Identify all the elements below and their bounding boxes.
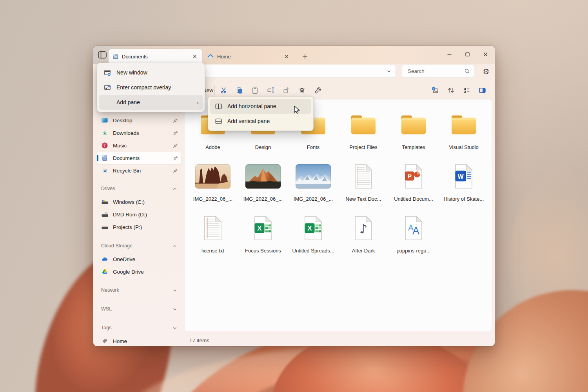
file-item[interactable]: IMG_2022_06_... bbox=[188, 158, 238, 210]
file-item[interactable]: poppins-regu... bbox=[388, 210, 439, 262]
menu-item-add-pane[interactable]: Add pane › bbox=[99, 95, 203, 110]
chevron-up-icon bbox=[172, 187, 177, 191]
file-item[interactable]: Untitled Docum... bbox=[388, 158, 439, 210]
dvd-drive-icon bbox=[101, 212, 108, 218]
copy-button[interactable] bbox=[232, 83, 246, 97]
sidebar-item-dvd-d[interactable]: DVD Rom (D:) bbox=[97, 209, 181, 220]
file-label: Templates bbox=[402, 144, 425, 150]
sidebar-section-drives[interactable]: Drives bbox=[97, 185, 181, 192]
tab-bar: Documents Home bbox=[93, 46, 495, 64]
svg-text:♪: ♪ bbox=[103, 143, 106, 147]
sidebar-section-wsl[interactable]: WSL bbox=[97, 305, 181, 313]
sidebar-item-desktop[interactable]: Desktop bbox=[97, 114, 181, 126]
file-item[interactable]: Untitled Spreads... bbox=[288, 210, 338, 262]
text-document-icon bbox=[203, 210, 223, 246]
menu-item-enter-compact-overlay[interactable]: Enter compact overlay bbox=[99, 80, 203, 95]
file-item[interactable]: History of Skate... bbox=[439, 158, 489, 210]
windows-drive-icon bbox=[101, 199, 108, 205]
compact-overlay-icon bbox=[103, 83, 112, 91]
documents-icon bbox=[101, 155, 108, 161]
settings-button[interactable]: ⚙ bbox=[479, 65, 493, 78]
search-box[interactable] bbox=[402, 65, 474, 78]
select-media-button[interactable] bbox=[428, 83, 442, 97]
sidebar-item-projects-p[interactable]: Projects (P:) bbox=[97, 221, 181, 233]
mouse-cursor bbox=[292, 105, 301, 114]
tab-close-button[interactable] bbox=[282, 52, 291, 61]
sort-button[interactable] bbox=[444, 83, 458, 97]
close-icon bbox=[483, 52, 488, 56]
sidebar-item-music[interactable]: ♪ Music bbox=[97, 140, 181, 151]
file-item[interactable]: New Text Doc... bbox=[338, 158, 388, 210]
folder-icon bbox=[401, 107, 426, 143]
file-item[interactable]: IMG_2022_06_... bbox=[238, 158, 288, 210]
preview-pane-button[interactable] bbox=[475, 83, 489, 97]
sidebar-item-documents[interactable]: Documents bbox=[97, 152, 181, 164]
pin-icon[interactable] bbox=[173, 131, 178, 136]
sidebar-item-google-drive[interactable]: Google Drive bbox=[97, 266, 181, 278]
sidebar-item-recycle-bin[interactable]: ♻ Recycle Bin bbox=[97, 165, 181, 176]
status-bar-item-count: 17 items bbox=[189, 338, 209, 343]
delete-button[interactable] bbox=[295, 83, 309, 97]
paste-icon bbox=[251, 87, 259, 94]
pin-icon[interactable] bbox=[173, 156, 178, 161]
tab-home[interactable]: Home bbox=[203, 49, 294, 64]
share-button[interactable] bbox=[279, 83, 293, 97]
file-item[interactable]: IMG_2022_06_... bbox=[288, 158, 338, 210]
folder-item[interactable]: Templates bbox=[388, 107, 439, 158]
tab-label: Home bbox=[217, 54, 282, 60]
properties-icon bbox=[314, 87, 321, 94]
sidebar-section-network[interactable]: Network bbox=[97, 286, 181, 294]
pin-icon[interactable] bbox=[173, 143, 178, 148]
sidebar-item-label: Home bbox=[113, 338, 178, 344]
paste-button[interactable] bbox=[248, 83, 262, 97]
chevron-down-icon bbox=[172, 307, 177, 311]
sidebar-toggle-button[interactable] bbox=[97, 50, 107, 60]
sidebar-item-home-tag[interactable]: Home bbox=[97, 335, 181, 347]
pin-icon[interactable] bbox=[173, 168, 178, 173]
sidebar-item-onedrive[interactable]: OneDrive bbox=[97, 253, 181, 265]
sidebar-item-downloads[interactable]: Downloads bbox=[97, 127, 181, 139]
sidebar-item-label: Documents bbox=[113, 155, 173, 161]
properties-button[interactable] bbox=[310, 83, 325, 97]
file-label: Focus Sessions bbox=[245, 248, 281, 254]
folder-item[interactable]: Visual Studio bbox=[439, 107, 489, 158]
search-input[interactable] bbox=[407, 68, 464, 74]
music-icon: ♪ bbox=[101, 142, 108, 149]
minimize-button[interactable] bbox=[441, 48, 457, 60]
preview-pane-icon bbox=[479, 87, 486, 94]
google-drive-icon bbox=[101, 269, 108, 274]
menu-item-new-window[interactable]: New window bbox=[99, 65, 203, 80]
sidebar-item-label: Recycle Bin bbox=[113, 168, 173, 174]
home-icon bbox=[207, 54, 214, 60]
file-item[interactable]: license.txt bbox=[188, 210, 238, 262]
rename-button[interactable] bbox=[263, 83, 278, 97]
file-label: IMG_2022_06_... bbox=[243, 196, 283, 202]
file-label: New Text Doc... bbox=[346, 196, 381, 202]
file-item[interactable]: Focus Sessions bbox=[238, 210, 288, 262]
close-window-button[interactable] bbox=[477, 48, 493, 60]
file-label: IMG_2022_06_... bbox=[294, 196, 333, 202]
menu-item-add-vertical-pane[interactable]: Add vertical pane bbox=[210, 114, 311, 129]
folder-item[interactable]: Project Files bbox=[338, 107, 388, 158]
sidebar-section-cloud-storage[interactable]: Cloud Storage bbox=[97, 242, 181, 250]
view-button[interactable] bbox=[459, 83, 474, 97]
cut-button[interactable] bbox=[216, 83, 230, 97]
file-item[interactable]: After Dark bbox=[338, 210, 388, 262]
tab-separator bbox=[297, 53, 297, 60]
chevron-down-icon bbox=[172, 289, 177, 292]
maximize-icon bbox=[465, 52, 470, 56]
maximize-button[interactable] bbox=[459, 48, 475, 60]
tab-close-button[interactable] bbox=[191, 52, 199, 61]
tab-label: Documents bbox=[122, 54, 191, 60]
tab-documents[interactable]: Documents bbox=[109, 49, 202, 64]
sidebar-item-windows-c[interactable]: Windows (C:) bbox=[97, 196, 181, 208]
downloads-icon bbox=[101, 130, 108, 136]
file-label: History of Skate... bbox=[444, 196, 484, 202]
pin-icon[interactable] bbox=[173, 118, 178, 123]
drive-icon bbox=[101, 224, 108, 230]
section-label: Drives bbox=[101, 186, 172, 191]
sidebar-section-tags[interactable]: Tags bbox=[97, 324, 181, 332]
new-tab-button[interactable] bbox=[300, 52, 310, 61]
section-label: Network bbox=[101, 287, 172, 293]
sidebar-item-label: Projects (P:) bbox=[113, 224, 178, 230]
